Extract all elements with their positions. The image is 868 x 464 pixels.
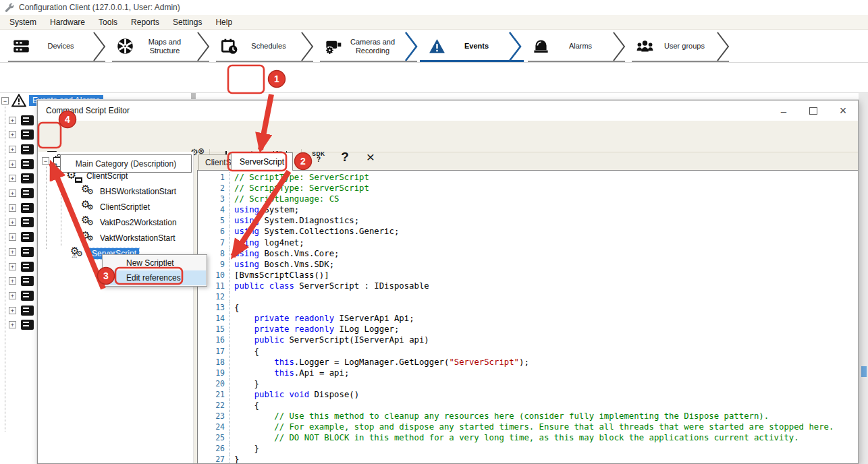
tree-device-row[interactable]: + xyxy=(9,303,34,317)
code-line: 6using System.Collections.Generic; xyxy=(198,226,858,237)
line-number: 20 xyxy=(198,378,230,389)
nav-label-schedules: Schedules xyxy=(244,42,293,51)
user-groups-icon xyxy=(636,37,654,55)
expand-icon[interactable]: + xyxy=(9,117,16,124)
tree-device-row[interactable]: + xyxy=(9,172,34,185)
expand-icon[interactable]: + xyxy=(9,321,16,328)
tree-device-row[interactable]: + xyxy=(9,260,34,273)
nav-tab-maps-structure[interactable]: Maps and Structure xyxy=(107,30,211,62)
tree-device-row[interactable]: + xyxy=(9,113,34,127)
expand-icon[interactable]: + xyxy=(9,175,16,182)
expand-icon[interactable]: + xyxy=(9,248,16,256)
menu-system[interactable]: System xyxy=(3,16,43,28)
device-node-icon xyxy=(21,247,34,257)
expand-icon[interactable]: + xyxy=(9,307,16,314)
tree-device-row[interactable]: + xyxy=(9,157,34,171)
expand-icon[interactable]: + xyxy=(9,292,16,299)
code-text: // DO NOT BLOCK in this method for a ver… xyxy=(230,432,799,443)
tree-device-row[interactable]: + xyxy=(9,289,34,302)
toolbar-separator xyxy=(301,149,302,165)
expand-icon[interactable]: + xyxy=(9,131,16,138)
code-line: 8using Bosch.Vms.Core; xyxy=(198,248,858,259)
code-line: 26 } xyxy=(198,443,858,454)
tree-device-row[interactable]: + xyxy=(9,274,34,288)
code-text: // ScriptType: ServerScript xyxy=(230,172,369,183)
tree-device-row[interactable]: + xyxy=(9,245,34,258)
tree-device-row[interactable]: + xyxy=(9,216,34,229)
code-line: 19 this.Api = api; xyxy=(198,368,858,378)
expand-icon[interactable]: + xyxy=(9,263,16,270)
scrollbar-thumb[interactable] xyxy=(861,366,867,377)
code-line: 18 this.Logger = LogManager.GetLogger("S… xyxy=(198,357,858,368)
menu-settings[interactable]: Settings xyxy=(166,16,209,28)
tree-device-row[interactable]: + xyxy=(9,201,34,214)
tree-node-scriptlet[interactable]: ⚙⚙VaktWorkstationStart xyxy=(81,231,175,245)
tab-serverscript[interactable]: ServerScript xyxy=(231,152,293,171)
nav-label-events: Events xyxy=(452,42,501,51)
dialog-title: Command Script Editor xyxy=(38,106,769,115)
nav-tab-alarms[interactable]: Alarms xyxy=(522,30,626,62)
tree-node-scriptlet[interactable]: ⚙⚙BHSWorkstationStart xyxy=(81,184,176,199)
code-text: using log4net; xyxy=(230,237,304,248)
menu-hardware[interactable]: Hardware xyxy=(43,16,92,28)
expand-icon[interactable]: + xyxy=(9,277,16,285)
maximize-icon xyxy=(809,107,817,115)
dialog-titlebar[interactable]: Command Script Editor – × xyxy=(38,100,858,121)
code-text: [BvmsScriptClass()] xyxy=(230,270,329,281)
context-menu: New Scriptlet Edit references xyxy=(102,254,207,287)
code-text: { xyxy=(230,346,259,357)
code-line: 11public class ServerScript : IDisposabl… xyxy=(198,281,858,291)
nav-tab-events[interactable]: Events xyxy=(418,30,522,62)
chevron-divider xyxy=(92,31,107,62)
line-number: 14 xyxy=(198,313,230,324)
tree-connector xyxy=(61,181,61,246)
scripts-tree-panel: − ⚙ Scripts ⚙ ClientScript ⚙⚙BHSWorkstat… xyxy=(38,152,194,463)
expand-icon[interactable]: + xyxy=(9,204,16,212)
expand-icon[interactable]: + xyxy=(9,161,16,168)
tree-node-scriptlet[interactable]: ⚙⚙ClientScriptlet xyxy=(81,200,150,214)
cameras-recording-icon xyxy=(324,37,342,55)
nav-tab-cameras-recording[interactable]: Cameras and Recording xyxy=(315,30,418,62)
menu-reports[interactable]: Reports xyxy=(124,16,166,28)
tree-device-row[interactable]: + xyxy=(9,318,34,332)
scriptlet-label: ClientScriptlet xyxy=(100,202,150,212)
tree-node-scriptlet[interactable]: ⚙⚙VaktPos2Workstation xyxy=(81,215,177,230)
minimize-button[interactable]: – xyxy=(769,100,798,121)
warning-triangle-icon xyxy=(11,94,26,107)
expand-icon[interactable]: + xyxy=(9,219,16,226)
nav-tab-devices[interactable]: Devices xyxy=(3,30,107,62)
code-line: 7using log4net; xyxy=(198,237,858,248)
expand-icon[interactable]: + xyxy=(9,233,16,241)
sdk-help-button[interactable]: SDK? xyxy=(306,148,331,167)
nav-label-cameras: Cameras and Recording xyxy=(348,38,397,55)
help-button[interactable]: ? xyxy=(335,148,355,167)
close-editor-button[interactable]: × xyxy=(360,148,381,167)
context-menu-item-new-scriptlet[interactable]: New Scriptlet xyxy=(103,256,206,270)
devices-icon xyxy=(12,37,30,55)
code-line: 25 // DO NOT BLOCK in this method for a … xyxy=(198,432,858,443)
nav-tab-schedules[interactable]: Schedules xyxy=(211,30,315,62)
expand-icon[interactable]: + xyxy=(9,190,16,197)
tree-device-row[interactable]: + xyxy=(9,128,34,142)
code-text: using Bosch.Vms.SDK; xyxy=(230,259,334,270)
expand-icon[interactable]: + xyxy=(9,146,16,153)
collapse-icon[interactable]: − xyxy=(1,97,9,105)
device-node-icon xyxy=(21,232,34,242)
code-text: public ServerScript(IServerApi api) xyxy=(230,335,429,345)
code-text: } xyxy=(230,378,259,389)
menu-help[interactable]: Help xyxy=(209,16,239,28)
code-line: 1// ScriptType: ServerScript xyxy=(198,172,858,183)
code-editor[interactable]: 1// ScriptType: ServerScript2// ScriptTy… xyxy=(197,170,858,463)
close-button[interactable]: × xyxy=(828,100,858,121)
scriptlet-gears-icon: ⚙⚙ xyxy=(81,232,96,244)
collapse-icon[interactable]: − xyxy=(42,157,49,165)
device-node-icon xyxy=(21,159,34,169)
maximize-button[interactable] xyxy=(798,100,828,121)
nav-tab-user-groups[interactable]: User groups xyxy=(626,30,730,62)
right-scroll-strip[interactable] xyxy=(859,93,868,464)
tree-device-row[interactable]: + xyxy=(9,231,34,244)
tree-device-row[interactable]: + xyxy=(9,142,34,156)
menu-tools[interactable]: Tools xyxy=(92,16,124,28)
tree-device-row[interactable]: + xyxy=(9,187,34,200)
context-menu-item-edit-references[interactable]: Edit references xyxy=(103,270,206,285)
